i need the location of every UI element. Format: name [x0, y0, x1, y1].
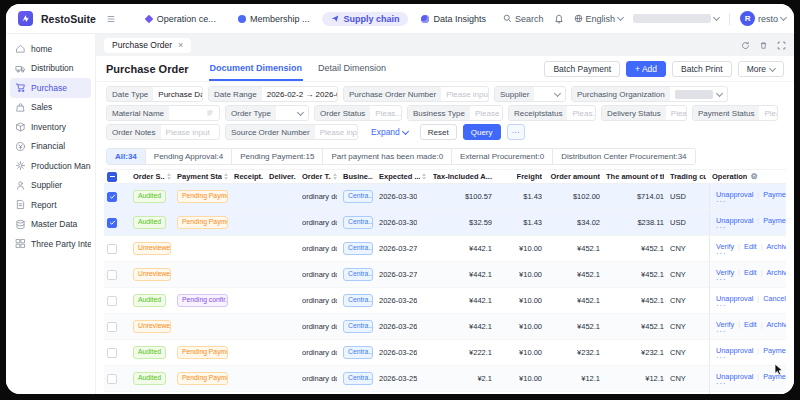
- filter-date-range[interactable]: Date Range2026-02-2 → 2026-03-3: [208, 86, 338, 102]
- sidebar-item-supplier[interactable]: Supplier: [10, 176, 91, 196]
- filter-supplier[interactable]: Supplier: [494, 86, 566, 102]
- more-actions-link[interactable]: ···: [716, 278, 727, 282]
- col-header-expected[interactable]: Expected ...: [376, 170, 429, 183]
- more-actions-link[interactable]: ···: [716, 356, 727, 360]
- batch-print-button[interactable]: Batch Print: [672, 61, 732, 77]
- sidebar-item-production-management[interactable]: Production Management: [10, 156, 91, 176]
- sort-icon[interactable]: [167, 173, 171, 180]
- table-row[interactable]: AuditedPending Paymentordinary do...Cent…: [104, 184, 786, 210]
- filter-order-status[interactable]: Order StatusPleas...: [314, 105, 402, 121]
- archive-link[interactable]: Archive: [766, 320, 786, 329]
- query-button[interactable]: Query: [463, 124, 501, 140]
- col-header-order-type[interactable]: Order T...: [299, 170, 340, 183]
- trash-icon[interactable]: [759, 36, 768, 54]
- sidebar-item-master-data[interactable]: Master Data: [10, 215, 91, 235]
- sidebar-item-home[interactable]: home: [10, 39, 91, 59]
- filter-source-order-number[interactable]: Source Order NumberPlease input: [225, 124, 358, 140]
- sidebar-item-sales[interactable]: Sales: [10, 98, 91, 118]
- status-tab-pending-payment[interactable]: Pending Payment:15: [231, 149, 322, 164]
- tab-purchase-order[interactable]: Purchase Order ×: [104, 38, 191, 53]
- tab-document-dimension[interactable]: Document Dimension: [209, 63, 304, 81]
- sidebar-item-report[interactable]: Report: [10, 195, 91, 215]
- table-row[interactable]: AuditedPending Paymentordinary do...Cent…: [104, 366, 786, 392]
- filter-order-notes[interactable]: Order NotesPlease input: [106, 124, 220, 140]
- nav-item-data-insights[interactable]: Data Insights: [412, 12, 495, 26]
- expand-link[interactable]: Expand: [371, 127, 408, 137]
- edit-link[interactable]: Edit: [744, 268, 757, 277]
- sidebar-item-distribution[interactable]: Distribution: [10, 59, 91, 79]
- more-actions-link[interactable]: ···: [716, 330, 727, 334]
- table-row[interactable]: AuditedPending Paymentordinary do...Cent…: [104, 392, 786, 394]
- table-row[interactable]: Unreviewedordinary do...Centra...2026-03…: [104, 262, 786, 288]
- more-actions-link[interactable]: ···: [716, 200, 727, 204]
- user-menu[interactable]: R resto: [740, 11, 786, 26]
- row-checkbox[interactable]: [107, 192, 117, 202]
- table-row[interactable]: AuditedPending confir...ordinary do...Ce…: [104, 288, 786, 314]
- edit-link[interactable]: Edit: [744, 242, 757, 251]
- nav-item-supply-chain[interactable]: Supply chain: [322, 12, 408, 26]
- col-header-payment-status[interactable]: Payment Sta...: [174, 170, 231, 183]
- notifications-button[interactable]: [554, 14, 564, 24]
- sort-icon[interactable]: [422, 173, 426, 180]
- payment-link[interactable]: Payment: [763, 216, 786, 225]
- filter-delivery-status[interactable]: Delivery StatusPleas...: [601, 105, 687, 121]
- filter-purchasing-organization[interactable]: Purchasing Organization: [571, 86, 728, 102]
- row-checkbox[interactable]: [107, 218, 117, 228]
- batch-payment-button[interactable]: Batch Payment: [544, 61, 620, 77]
- language-selector[interactable]: English: [574, 14, 624, 24]
- more-actions-link[interactable]: ···: [716, 252, 727, 256]
- status-tab-part-payment-has-been-made[interactable]: Part payment has been made:0: [322, 149, 451, 164]
- sort-icon[interactable]: [333, 173, 337, 180]
- more-actions-link[interactable]: ···: [716, 382, 727, 386]
- more-actions-link[interactable]: ···: [716, 226, 727, 230]
- sidebar-item-financial[interactable]: Financial: [10, 137, 91, 157]
- sidebar-item-purchase[interactable]: Purchase: [10, 78, 91, 98]
- query-more-button[interactable]: ···: [507, 124, 525, 140]
- edit-link[interactable]: Edit: [744, 320, 757, 329]
- sidebar-item-inventory[interactable]: Inventory: [10, 117, 91, 137]
- payment-link[interactable]: Payment: [763, 190, 786, 199]
- status-tab-all[interactable]: All:34: [107, 149, 145, 164]
- collapse-menu-icon[interactable]: [106, 14, 116, 24]
- row-checkbox[interactable]: [107, 270, 117, 280]
- row-checkbox[interactable]: [107, 348, 117, 358]
- status-tab-pending-approval[interactable]: Pending Approval:4: [145, 149, 231, 164]
- more-actions-link[interactable]: ···: [716, 304, 727, 308]
- filter-receiptstatus[interactable]: ReceiptstatusPleas...: [508, 105, 596, 121]
- filter-business-type[interactable]: Business TypePlease select: [407, 105, 503, 121]
- filter-payment-status[interactable]: Payment StatusPleas...: [692, 105, 778, 121]
- filter-order-type[interactable]: Order Type: [225, 105, 309, 121]
- gear-icon[interactable]: ⚙: [750, 172, 757, 181]
- global-search[interactable]: Search: [503, 14, 544, 24]
- row-checkbox[interactable]: [107, 374, 117, 384]
- refresh-icon[interactable]: [741, 36, 750, 54]
- status-tab-distribution-center-procurement[interactable]: Distribution Center Procurement:34: [552, 149, 694, 164]
- col-header-order-status[interactable]: Order S...: [130, 170, 174, 183]
- payment-link[interactable]: Payment: [763, 346, 786, 355]
- row-checkbox[interactable]: [107, 244, 117, 254]
- tab-detail-dimension[interactable]: Detail Dimension: [317, 63, 387, 81]
- sidebar-item-three-party-integration[interactable]: Three Party Integration: [10, 234, 91, 254]
- archive-link[interactable]: Archive: [766, 242, 786, 251]
- row-checkbox[interactable]: [107, 296, 117, 306]
- table-row[interactable]: Unreviewedordinary do...Centra...2026-03…: [104, 236, 786, 262]
- filter-purchase-order-number[interactable]: Purchase Order NumberPlease input: [343, 86, 489, 102]
- select-all-checkbox[interactable]: [107, 172, 117, 182]
- cancel-payment-link[interactable]: Cancel Payment: [763, 294, 786, 303]
- nav-item-membership[interactable]: Membership ...: [229, 12, 319, 26]
- nav-item-operation-ce[interactable]: Operation ce...: [136, 12, 225, 26]
- sort-icon[interactable]: [224, 173, 228, 180]
- store-selector[interactable]: [633, 14, 719, 23]
- filter-date-type[interactable]: Date TypePurchase Date: [106, 86, 203, 102]
- close-icon[interactable]: ×: [178, 41, 183, 50]
- table-row[interactable]: AuditedPending Paymentordinary do...Cent…: [104, 210, 786, 236]
- filter-material-name[interactable]: Material Name: [106, 105, 220, 121]
- more-button[interactable]: More: [738, 61, 784, 77]
- table-row[interactable]: AuditedPending Paymentordinary do...Cent…: [104, 340, 786, 366]
- status-tab-external-procurement[interactable]: External Procurement:0: [451, 149, 552, 164]
- reset-button[interactable]: Reset: [420, 124, 457, 140]
- add-button[interactable]: + Add: [626, 61, 666, 77]
- fullscreen-icon[interactable]: [777, 36, 786, 54]
- archive-link[interactable]: Archive: [766, 268, 786, 277]
- row-checkbox[interactable]: [107, 322, 117, 332]
